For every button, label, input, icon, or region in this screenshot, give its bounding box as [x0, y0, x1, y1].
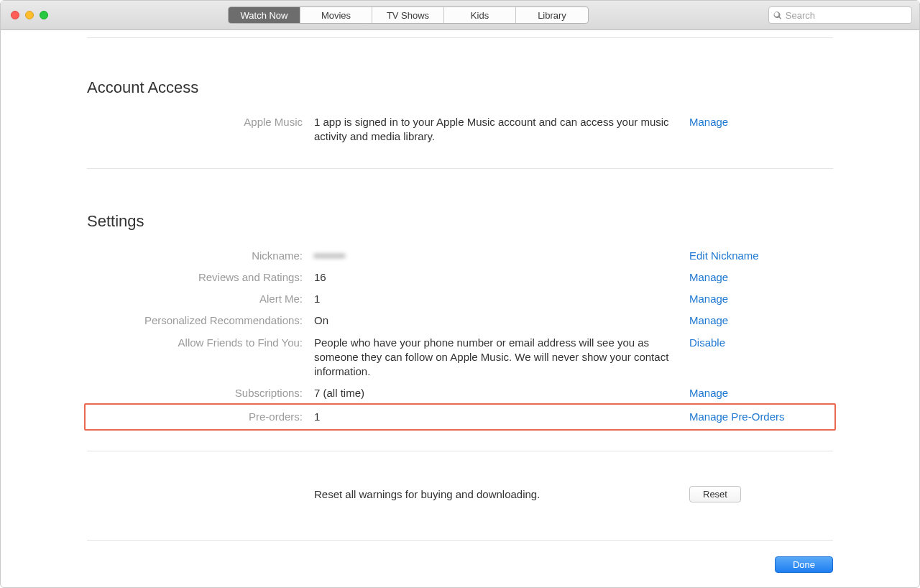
row-friends-find-you: Allow Friends to Find You: People who ha…	[87, 332, 833, 383]
toolbar: Watch Now Movies TV Shows Kids Library	[1, 1, 919, 30]
content-area: Account Access Apple Music 1 app is sign…	[1, 30, 919, 588]
done-button[interactable]: Done	[775, 556, 833, 573]
section-title-settings: Settings	[87, 212, 833, 231]
divider	[87, 168, 833, 169]
manage-preorders-link[interactable]: Manage Pre-Orders	[689, 410, 833, 424]
reset-button[interactable]: Reset	[689, 486, 741, 502]
section-title-account-access: Account Access	[87, 78, 833, 97]
label-subscriptions: Subscriptions:	[87, 386, 303, 400]
zoom-window-button[interactable]	[40, 11, 48, 19]
tab-movies[interactable]: Movies	[300, 7, 372, 23]
search-input[interactable]	[786, 10, 907, 21]
window-controls	[8, 11, 48, 19]
value-preorders: 1	[314, 410, 678, 424]
manage-recommendations-link[interactable]: Manage	[689, 313, 833, 328]
label-preorders: Pre-orders:	[87, 410, 303, 424]
value-nickname: •••••••	[314, 249, 678, 263]
label-recommendations: Personalized Recommendations:	[87, 313, 303, 328]
manage-alert-me-link[interactable]: Manage	[689, 292, 833, 306]
tab-watch-now[interactable]: Watch Now	[229, 7, 300, 23]
row-subscriptions: Subscriptions: 7 (all time) Manage	[87, 382, 833, 404]
label-alert-me: Alert Me:	[87, 292, 303, 306]
label-apple-music: Apple Music	[87, 115, 303, 129]
value-apple-music: 1 app is signed in to your Apple Music a…	[314, 115, 678, 144]
disable-friends-link[interactable]: Disable	[689, 336, 833, 350]
search-icon	[773, 11, 782, 20]
manage-subscriptions-link[interactable]: Manage	[689, 386, 833, 400]
row-reset-warnings: Reset all warnings for buying and downlo…	[87, 451, 833, 540]
manage-reviews-link[interactable]: Manage	[689, 270, 833, 285]
tab-kids[interactable]: Kids	[444, 7, 516, 23]
app-window: Watch Now Movies TV Shows Kids Library A…	[0, 0, 920, 588]
row-preorders: Pre-orders: 1 Manage Pre-Orders	[87, 406, 833, 428]
value-recommendations: On	[314, 313, 678, 328]
tab-library[interactable]: Library	[516, 7, 588, 23]
row-apple-music: Apple Music 1 app is signed in to your A…	[87, 111, 833, 148]
label-nickname: Nickname:	[87, 249, 303, 263]
value-subscriptions: 7 (all time)	[314, 386, 678, 400]
value-reviews: 16	[314, 270, 678, 285]
preorders-highlight: Pre-orders: 1 Manage Pre-Orders	[84, 403, 836, 431]
row-nickname: Nickname: ••••••• Edit Nickname	[87, 245, 833, 267]
manage-apple-music-link[interactable]: Manage	[689, 115, 833, 129]
label-reviews: Reviews and Ratings:	[87, 270, 303, 285]
row-alert-me: Alert Me: 1 Manage	[87, 288, 833, 310]
divider	[87, 37, 833, 38]
edit-nickname-link[interactable]: Edit Nickname	[689, 249, 833, 263]
done-row: Done	[87, 541, 833, 588]
minimize-window-button[interactable]	[25, 11, 34, 19]
row-reviews: Reviews and Ratings: 16 Manage	[87, 267, 833, 288]
row-recommendations: Personalized Recommendations: On Manage	[87, 310, 833, 331]
label-friends-find-you: Allow Friends to Find You:	[87, 336, 303, 350]
nav-tabs: Watch Now Movies TV Shows Kids Library	[228, 6, 589, 24]
reset-warnings-text: Reset all warnings for buying and downlo…	[314, 488, 678, 500]
search-field[interactable]	[768, 6, 912, 24]
value-friends-find-you: People who have your phone number or ema…	[314, 336, 678, 380]
value-alert-me: 1	[314, 292, 678, 306]
tab-tv-shows[interactable]: TV Shows	[372, 7, 444, 23]
close-window-button[interactable]	[11, 11, 19, 19]
